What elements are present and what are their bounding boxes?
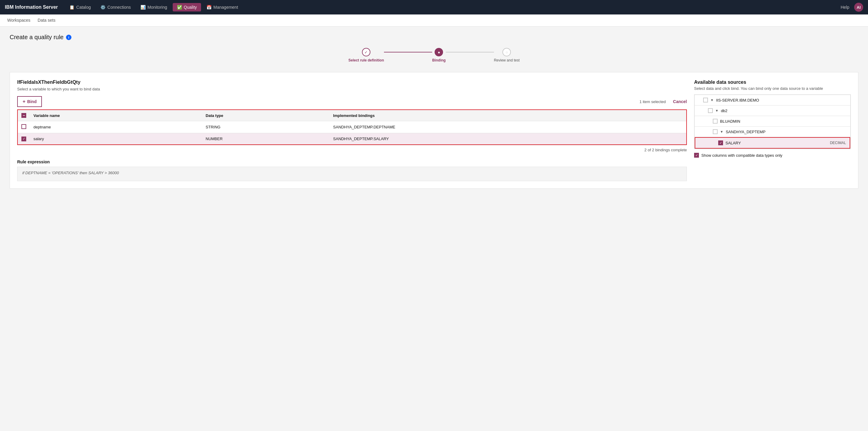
row2-variable-name: salary (30, 133, 202, 145)
nav-item-connections[interactable]: ⚙️ Connections (96, 3, 135, 11)
right-panel: Available data sources Select data and c… (694, 80, 851, 181)
ds-checkbox-bluadmin[interactable] (713, 119, 718, 124)
show-columns-row: Show columns with compatible data types … (694, 153, 851, 158)
main-content: Create a quality rule i ✓ Select rule de… (0, 27, 868, 431)
item-selected-label: 1 item selected (47, 99, 666, 104)
ds-name-sandhya-deptemp: SANDHYA_DEPTEMP (726, 130, 846, 134)
ds-item-salary[interactable]: SALARY DECIMAL (695, 137, 850, 149)
nav-item-monitoring[interactable]: 📊 Monitoring (136, 3, 171, 11)
ds-name-salary: SALARY (725, 141, 828, 145)
available-sources-title: Available data sources (694, 80, 851, 85)
sub-nav: Workspaces Data sets (0, 14, 868, 27)
sub-nav-datasets[interactable]: Data sets (38, 15, 56, 26)
th-implemented-bindings: Implemented bindings (330, 110, 687, 121)
rule-expression-box: if DEPTNAME = 'OPERATIONS' then SALARY >… (17, 167, 687, 181)
step-2-label: Binding (432, 58, 446, 62)
rule-expression-section: Rule expression if DEPTNAME = 'OPERATION… (17, 159, 687, 181)
step-1: ✓ Select rule definition (348, 48, 384, 62)
top-nav-right: Help AI (841, 3, 863, 12)
ds-name-db2: db2 (721, 109, 846, 113)
nav-items: 📋 Catalog ⚙️ Connections 📊 Monitoring ✅ … (65, 3, 841, 11)
row1-variable-name: deptname (30, 121, 202, 133)
data-sources-scroll-area[interactable]: ▼ IIS-SERVER.IBM.DEMO ▼ db2 BLUADMIN (694, 94, 851, 149)
avatar[interactable]: AI (854, 3, 863, 12)
row2-checkbox-cell (18, 133, 30, 145)
connections-icon: ⚙️ (100, 5, 105, 10)
ds-item-db2[interactable]: ▼ db2 (695, 105, 850, 116)
page-title-row: Create a quality rule i (10, 34, 858, 41)
table-row: salary NUMBER SANDHYA_DEPTEMP.SALARY (18, 133, 687, 145)
chevron-iis-server: ▼ (710, 98, 714, 102)
ds-type-salary: DECIMAL (830, 141, 846, 145)
step-3-label: Review and test (494, 58, 520, 62)
row1-checkbox[interactable] (22, 124, 26, 129)
available-sources-subtitle: Select data and click bind. You can bind… (694, 86, 851, 91)
stepper: ✓ Select rule definition ● Binding ○ Rev… (10, 48, 858, 62)
bindings-complete: 2 of 2 bindings complete (17, 145, 687, 155)
step-2: ● Binding (432, 48, 446, 62)
management-icon: 📅 (207, 5, 212, 10)
nav-item-quality[interactable]: ✅ Quality (173, 3, 201, 11)
rule-name: IfFieldaIsXThenFieldbGtQty (17, 80, 687, 85)
ds-name-iis-server: IIS-SERVER.IBM.DEMO (716, 98, 846, 102)
ds-item-sandhya-deptemp[interactable]: ▼ SANDHYA_DEPTEMP (695, 127, 850, 137)
top-nav: IBM Information Server 📋 Catalog ⚙️ Conn… (0, 0, 868, 14)
th-variable-name: Variable name (30, 110, 202, 121)
rule-expression-label: Rule expression (17, 159, 687, 164)
step-1-label: Select rule definition (348, 58, 384, 62)
info-icon[interactable]: i (66, 35, 71, 40)
nav-item-catalog[interactable]: 📋 Catalog (65, 3, 95, 11)
chevron-db2: ▼ (715, 109, 718, 113)
row1-checkbox-cell (18, 121, 30, 133)
step-2-circle: ● (435, 48, 443, 56)
nav-item-management[interactable]: 📅 Management (202, 3, 242, 11)
catalog-icon: 📋 (69, 5, 74, 10)
ds-checkbox-iis-server[interactable] (703, 98, 708, 102)
th-minus: − (18, 110, 30, 121)
step-3-circle: ○ (502, 48, 511, 56)
row2-checkbox[interactable] (22, 136, 26, 141)
variables-table: − Variable name Data type Implemented bi… (17, 110, 687, 145)
ds-checkbox-salary[interactable] (718, 141, 723, 145)
help-link[interactable]: Help (841, 5, 849, 10)
content-area: IfFieldaIsXThenFieldbGtQty Select a vari… (10, 72, 858, 189)
right-panel-headers: Available data sources Select data and c… (694, 80, 851, 91)
ds-checkbox-db2[interactable] (708, 108, 713, 113)
ds-item-iis-server[interactable]: ▼ IIS-SERVER.IBM.DEMO (695, 95, 850, 105)
brand-title: IBM Information Server (5, 4, 58, 10)
bind-toolbar: + Bind 1 item selected Cancel (17, 96, 687, 107)
bind-button[interactable]: + Bind (17, 96, 42, 107)
table-row: deptname STRING SANDHYA_DEPTEMP.DEPTNAME (18, 121, 687, 133)
plus-icon: + (23, 99, 25, 104)
monitoring-icon: 📊 (141, 5, 146, 10)
step-3: ○ Review and test (494, 48, 520, 62)
th-data-type: Data type (202, 110, 330, 121)
chevron-sandhya-deptemp: ▼ (720, 130, 723, 133)
left-panel: IfFieldaIsXThenFieldbGtQty Select a vari… (17, 80, 687, 181)
select-variable-text: Select a variable to which you want to b… (17, 87, 687, 91)
minus-icon[interactable]: − (22, 113, 26, 118)
step-1-circle: ✓ (362, 48, 370, 56)
sub-nav-workspaces[interactable]: Workspaces (7, 15, 30, 26)
step-line-1 (384, 52, 432, 53)
ds-checkbox-sandhya-deptemp[interactable] (713, 129, 718, 134)
ds-tree: ▼ IIS-SERVER.IBM.DEMO ▼ db2 BLUADMIN (694, 95, 850, 149)
step-line-2 (446, 52, 494, 53)
cancel-bind-link[interactable]: Cancel (673, 99, 687, 104)
quality-icon: ✅ (177, 5, 182, 10)
ds-name-bluadmin: BLUADMIN (720, 119, 846, 124)
row2-binding: SANDHYA_DEPTEMP.SALARY (330, 133, 687, 145)
show-columns-checkbox[interactable] (694, 153, 699, 158)
show-columns-label: Show columns with compatible data types … (701, 153, 782, 158)
row1-binding: SANDHYA_DEPTEMP.DEPTNAME (330, 121, 687, 133)
page-title: Create a quality rule (10, 34, 64, 41)
ds-item-bluadmin[interactable]: BLUADMIN (695, 116, 850, 127)
row2-data-type: NUMBER (202, 133, 330, 145)
row1-data-type: STRING (202, 121, 330, 133)
